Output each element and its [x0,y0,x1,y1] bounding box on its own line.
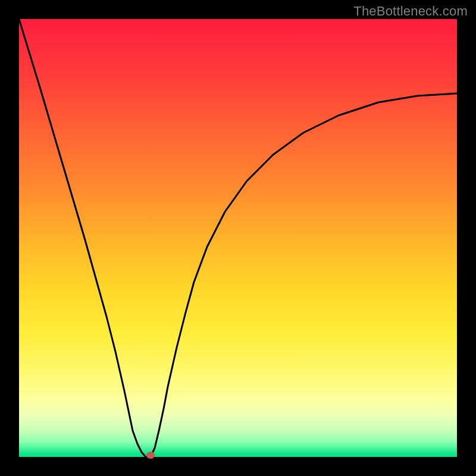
curve-svg [19,19,457,457]
minimum-marker [146,452,155,459]
chart-frame: TheBottleneck.com [0,0,476,476]
watermark-text: TheBottleneck.com [353,4,468,19]
bottleneck-curve [19,19,457,457]
plot-area [19,19,457,457]
